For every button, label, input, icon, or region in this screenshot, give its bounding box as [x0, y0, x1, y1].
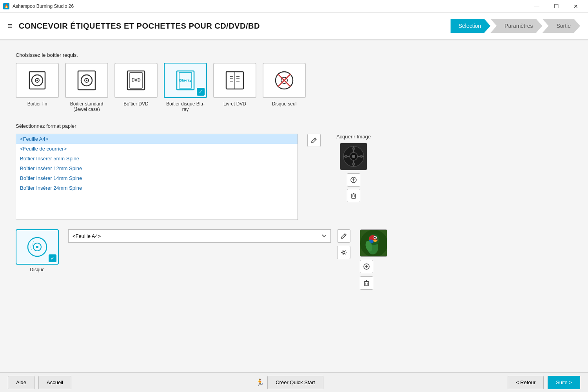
- edit-format-button[interactable]: [307, 134, 321, 147]
- acquire-thumbnail: [340, 143, 367, 170]
- accueil-button[interactable]: Accueil: [38, 376, 71, 389]
- pencil-icon: [341, 233, 347, 239]
- settings-disc-button[interactable]: [337, 246, 350, 259]
- disc-section: ✓ Disque <Feuille A4><Feuille de courrie…: [16, 229, 572, 290]
- boitier-fin-icon: [25, 69, 49, 92]
- plus-icon: [350, 177, 357, 183]
- case-item-boitier-bluray[interactable]: Blu-ray ✓ Boîtier disque Blu-ray: [164, 63, 207, 112]
- maximize-button[interactable]: ☐: [547, 0, 565, 13]
- footer-center: 🏃 Créer Quick Start: [256, 376, 323, 389]
- acquire-buttons: [347, 173, 360, 202]
- titlebar-controls: — ☐ ✕: [528, 0, 585, 13]
- list-item[interactable]: <Feuille de courrier>: [16, 144, 298, 154]
- close-button[interactable]: ✕: [567, 0, 585, 13]
- list-item[interactable]: <Feuille A4>: [16, 134, 298, 144]
- selected-check-badge: ✓: [197, 88, 205, 96]
- svg-point-48: [343, 251, 345, 254]
- svg-point-58: [375, 237, 376, 238]
- disc-image-container: [360, 229, 387, 290]
- svg-rect-63: [365, 281, 368, 286]
- main-content: Choisissez le boîtier requis. Boîtier fi…: [0, 40, 588, 372]
- film-reel-icon: [343, 145, 365, 167]
- disc-image-controls: [360, 260, 387, 290]
- case-item-boitier-standard[interactable]: Boîtier standard (Jewel case): [65, 63, 108, 112]
- app-icon: 🔥: [3, 3, 9, 9]
- listbox-buttons: [307, 134, 321, 147]
- disc-controls: <Feuille A4><Feuille de courrier>Boîtier…: [68, 229, 350, 259]
- add-image-button[interactable]: [347, 173, 360, 187]
- plus-circle-icon: [363, 263, 370, 270]
- case-item-livret-dvd[interactable]: Livret DVD: [213, 63, 256, 112]
- trash-icon: [364, 280, 369, 286]
- svg-point-34: [352, 163, 355, 165]
- edit-disc-button[interactable]: [337, 229, 350, 243]
- pencil-icon: [311, 137, 317, 143]
- minimize-button[interactable]: —: [528, 0, 546, 13]
- case-icon-boitier-bluray: Blu-ray ✓: [164, 63, 207, 98]
- case-icon-boitier-fin: [16, 63, 59, 98]
- case-icon-boitier-standard: [65, 63, 108, 98]
- list-item[interactable]: Boîtier Insérer 12mm Spine: [16, 163, 298, 173]
- disc-icon-box: ✓: [16, 229, 59, 265]
- case-item-boitier-dvd[interactable]: DVD Boîtier DVD: [114, 63, 158, 112]
- case-icon-livret-dvd: [213, 63, 256, 98]
- svg-point-35: [345, 155, 347, 158]
- delete-disc-image-button[interactable]: [360, 276, 373, 290]
- paper-format-section: <Feuille A4> <Feuille de courrier> Boîti…: [16, 134, 572, 220]
- svg-point-36: [360, 155, 363, 158]
- case-icon-boitier-dvd: DVD: [114, 63, 158, 98]
- footer-left: Aide Accueil: [8, 376, 71, 389]
- list-item[interactable]: Boîtier Insérer 24mm Spine: [16, 183, 298, 193]
- page-title: CONCEVOIR ÉTIQUETTES ET POCHETTES POUR C…: [19, 22, 260, 31]
- disc-dropdown-wrapper: <Feuille A4><Feuille de courrier>Boîtier…: [68, 229, 331, 243]
- wizard-step-sortie[interactable]: Sortie: [542, 19, 580, 33]
- list-item[interactable]: Boîtier Insérer 5mm Spine: [16, 154, 298, 163]
- case-item-disque-seul[interactable]: Disque seul: [263, 63, 306, 112]
- retour-button[interactable]: < Retour: [508, 376, 544, 389]
- trash-icon: [351, 192, 356, 199]
- case-selector: Boîtier fin Boîtier standard (Jewel case…: [16, 63, 572, 112]
- wizard-step-selection[interactable]: Sélection: [450, 19, 490, 33]
- case-label-disque-seul: Disque seul: [272, 101, 297, 107]
- list-item[interactable]: Boîtier Insérer 14mm Spine: [16, 173, 298, 183]
- svg-point-47: [36, 246, 38, 248]
- app-title: Ashampoo Burning Studio 26: [13, 4, 74, 9]
- header-left: ≡ CONCEVOIR ÉTIQUETTES ET POCHETTES POUR…: [8, 22, 260, 31]
- svg-point-54: [373, 240, 377, 242]
- suite-button[interactable]: Suite >: [548, 376, 580, 389]
- wizard-step-parametres[interactable]: Paramètres: [490, 19, 542, 33]
- case-label-boitier-fin: Boîtier fin: [27, 101, 47, 107]
- paper-format-listbox-container: <Feuille A4> <Feuille de courrier> Boîti…: [16, 134, 298, 220]
- svg-point-28: [352, 155, 355, 158]
- case-label-livret-dvd: Livret DVD: [223, 101, 246, 107]
- menu-icon[interactable]: ≡: [8, 22, 13, 31]
- quick-start-icon: 🏃: [256, 378, 264, 387]
- svg-rect-40: [352, 194, 356, 198]
- svg-point-3: [36, 80, 38, 81]
- case-item-boitier-fin[interactable]: Boîtier fin: [16, 63, 59, 112]
- case-label-boitier-bluray: Boîtier disque Blu-ray: [164, 101, 207, 112]
- wizard-steps: Sélection Paramètres Sortie: [450, 19, 580, 33]
- svg-point-7: [86, 80, 87, 81]
- paper-format-label: Sélectionnez format papier: [16, 123, 572, 129]
- case-section-label: Choisissez le boîtier requis.: [16, 52, 572, 58]
- disc-check-badge: ✓: [49, 254, 56, 262]
- add-disc-image-button[interactable]: [360, 260, 373, 273]
- delete-image-button[interactable]: [347, 189, 360, 202]
- boitier-bluray-icon: Blu-ray: [174, 69, 197, 92]
- boitier-dvd-icon: DVD: [124, 69, 148, 92]
- titlebar: 🔥 Ashampoo Burning Studio 26 — ☐ ✕: [0, 0, 588, 13]
- disque-seul-icon: [272, 69, 296, 92]
- paper-format-listbox[interactable]: <Feuille A4> <Feuille de courrier> Boîti…: [16, 134, 298, 220]
- app-footer: Aide Accueil 🏃 Créer Quick Start < Retou…: [0, 372, 588, 392]
- aide-button[interactable]: Aide: [8, 376, 34, 389]
- quick-start-button[interactable]: Créer Quick Start: [267, 376, 323, 389]
- case-label-boitier-standard: Boîtier standard (Jewel case): [65, 101, 108, 112]
- disc-image-thumbnail: [360, 229, 387, 257]
- footer-right: < Retour Suite >: [508, 376, 580, 389]
- case-icon-disque-seul: [263, 63, 306, 98]
- disc-format-dropdown[interactable]: <Feuille A4><Feuille de courrier>Boîtier…: [68, 229, 331, 243]
- disc-label: Disque: [30, 267, 44, 272]
- acquire-image-label: Acquérir Image: [336, 134, 371, 140]
- svg-text:DVD: DVD: [131, 78, 140, 82]
